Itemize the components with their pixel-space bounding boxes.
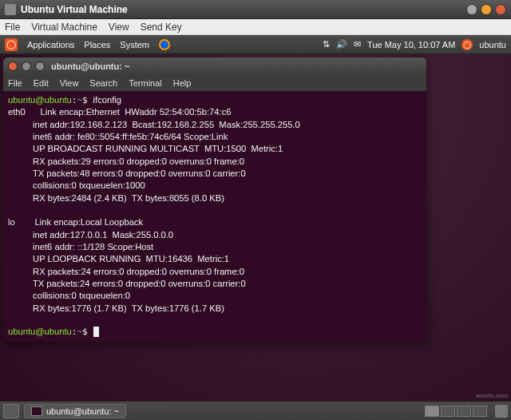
terminal-close-button[interactable] xyxy=(8,61,18,71)
prompt-path-2: ~ xyxy=(77,327,83,336)
clock-indicator[interactable]: Tue May 10, 10:07 AM xyxy=(367,40,455,50)
vm-menu-virtual-machine[interactable]: Virtual Machine xyxy=(31,22,97,33)
vm-host-menubar: File Virtual Machine View Send Key xyxy=(0,19,511,35)
term-menu-terminal[interactable]: Terminal xyxy=(129,78,162,88)
terminal-title: ubuntu@ubuntu: ~ xyxy=(51,61,129,71)
terminal-cursor xyxy=(93,327,99,337)
terminal-titlebar[interactable]: ubuntu@ubuntu: ~ xyxy=(3,57,426,75)
workspace-2[interactable] xyxy=(441,406,455,417)
term-menu-edit[interactable]: Edit xyxy=(34,78,49,88)
menu-system[interactable]: System xyxy=(120,40,149,50)
show-desktop-button[interactable] xyxy=(3,404,19,418)
workspace-1[interactable] xyxy=(425,406,439,417)
vm-app-icon xyxy=(5,4,16,15)
term-menu-file[interactable]: File xyxy=(8,78,22,88)
taskbar-terminal-icon xyxy=(31,406,42,416)
menu-places[interactable]: Places xyxy=(84,40,110,50)
terminal-maximize-button[interactable] xyxy=(35,61,45,71)
terminal-menubar: File Edit View Search Terminal Help xyxy=(3,75,426,91)
workspace-4[interactable] xyxy=(473,406,487,417)
prompt-user: ubuntu@ubuntu xyxy=(8,95,72,105)
user-menu-label[interactable]: ubuntu xyxy=(479,40,506,50)
terminal-window[interactable]: ubuntu@ubuntu: ~ File Edit View Search T… xyxy=(3,57,426,342)
gnome-panel-bottom: ubuntu@ubuntu: ~ xyxy=(0,401,511,420)
terminal-command: ifconfig xyxy=(93,95,121,105)
terminal-output: eth0 Link encap:Ethernet HWaddr 52:54:00… xyxy=(8,107,300,312)
vm-host-titlebar: Ubuntu Virtual Machine xyxy=(0,0,511,19)
vm-menu-view[interactable]: View xyxy=(109,22,129,33)
mail-indicator-icon[interactable]: ✉ xyxy=(354,39,361,50)
trash-icon[interactable] xyxy=(495,405,508,418)
menu-applications[interactable]: Applications xyxy=(27,40,74,50)
gnome-panel-top: ◯ Applications Places System ⇅ 🔊 ✉ Tue M… xyxy=(0,35,511,54)
workspace-3[interactable] xyxy=(457,406,471,417)
vm-close-button[interactable] xyxy=(495,4,506,15)
watermark: wsxdn.com xyxy=(476,392,508,399)
term-menu-help[interactable]: Help xyxy=(173,78,192,88)
vm-window-controls xyxy=(466,4,506,15)
firefox-launcher-icon[interactable] xyxy=(159,39,170,50)
workspace-switcher xyxy=(425,406,487,417)
vm-menu-file[interactable]: File xyxy=(5,22,20,33)
terminal-content[interactable]: ubuntu@ubuntu:~$ ifconfig eth0 Link enca… xyxy=(3,91,426,342)
vm-menu-send-key[interactable]: Send Key xyxy=(141,22,182,33)
vm-window-title: Ubuntu Virtual Machine xyxy=(21,4,466,15)
taskbar-item-label: ubuntu@ubuntu: ~ xyxy=(46,406,119,416)
volume-indicator-icon[interactable]: 🔊 xyxy=(336,39,347,50)
vm-maximize-button[interactable] xyxy=(481,4,492,15)
user-menu-icon[interactable]: ◯ xyxy=(461,39,473,50)
network-indicator-icon[interactable]: ⇅ xyxy=(323,39,330,50)
ubuntu-logo-icon[interactable]: ◯ xyxy=(5,38,18,51)
vm-minimize-button[interactable] xyxy=(466,4,477,15)
term-menu-search[interactable]: Search xyxy=(89,78,117,88)
terminal-minimize-button[interactable] xyxy=(22,61,31,71)
taskbar-item-terminal[interactable]: ubuntu@ubuntu: ~ xyxy=(24,404,126,418)
guest-desktop[interactable]: ◯ Applications Places System ⇅ 🔊 ✉ Tue M… xyxy=(0,35,511,420)
prompt-user-2: ubuntu@ubuntu xyxy=(8,327,72,336)
prompt-path: ~ xyxy=(77,95,83,105)
term-menu-view[interactable]: View xyxy=(60,78,79,88)
